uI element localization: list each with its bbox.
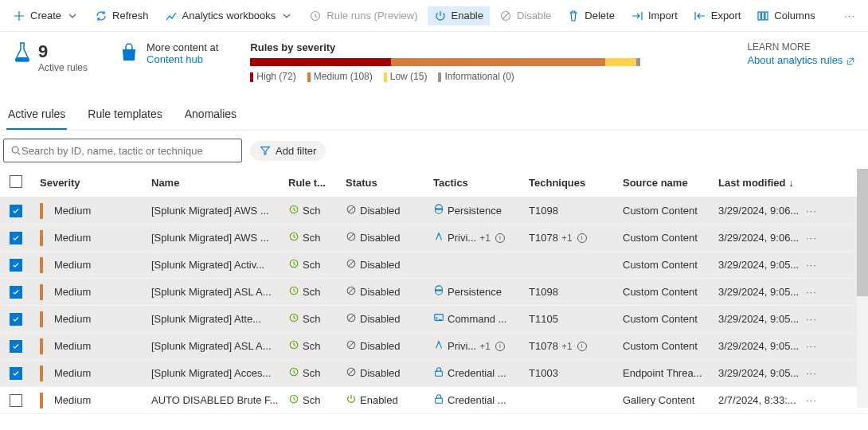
sev-bar-low — [605, 58, 636, 66]
source-cell: Custom Content — [620, 232, 715, 244]
techniques-cell: T1098 — [526, 286, 620, 298]
modified-cell: 3/29/2024, 9:06... — [715, 205, 803, 217]
tab-active-rules[interactable]: Active rules — [6, 100, 67, 130]
col-ruletype[interactable]: Rule t... — [285, 177, 342, 189]
delete-button[interactable]: Delete — [561, 6, 621, 25]
row-overflow-button[interactable]: ··· — [803, 367, 827, 379]
name-cell: [Splunk Migrated] Acces... — [148, 367, 285, 379]
row-checkbox[interactable] — [10, 259, 22, 272]
tactics-cell: Persistence — [430, 285, 526, 299]
row-checkbox[interactable] — [10, 286, 22, 299]
clock-icon — [288, 285, 299, 299]
export-icon — [694, 10, 706, 22]
enable-button[interactable]: Enable — [428, 6, 490, 25]
enable-label: Enable — [452, 10, 483, 22]
severity-cell: Medium — [37, 311, 148, 327]
search-icon — [10, 145, 22, 156]
legend-medium: Medium (108) — [307, 71, 373, 82]
table-row[interactable]: Medium[Splunk Migrated] ASL A... Sch Dis… — [0, 279, 868, 306]
col-modified[interactable]: Last modified ↓ — [715, 177, 803, 189]
clock-icon — [288, 231, 299, 244]
table-row[interactable]: Medium[Splunk Migrated] AWS ... Sch Disa… — [0, 225, 868, 252]
status-icon — [346, 339, 357, 353]
clock-icon — [288, 258, 299, 272]
import-label: Import — [648, 10, 678, 22]
row-overflow-button[interactable]: ··· — [803, 394, 827, 406]
modified-cell: 3/29/2024, 9:05... — [715, 286, 803, 298]
legend-low: Low (15) — [384, 71, 428, 82]
row-overflow-button[interactable]: ··· — [803, 286, 827, 298]
modified-cell: 3/29/2024, 9:06... — [715, 232, 803, 244]
search-input-wrapper[interactable] — [3, 139, 242, 162]
table-row[interactable]: MediumAUTO DISABLED Brute F... Sch Enabl… — [0, 387, 868, 414]
severity-cell: Medium — [37, 284, 148, 300]
col-techniques[interactable]: Techniques — [526, 177, 620, 189]
row-overflow-button[interactable]: ··· — [803, 313, 827, 325]
svg-rect-4 — [765, 12, 768, 20]
about-link[interactable]: About analytics rules — [747, 54, 855, 66]
toolbar-overflow-button[interactable]: ··· — [838, 6, 862, 25]
scrollbar-thumb[interactable] — [857, 169, 868, 296]
ruletype-cell: Sch — [285, 285, 342, 299]
name-cell: [Splunk Migrated] Atte... — [148, 313, 285, 325]
tab-anomalies[interactable]: Anomalies — [183, 100, 238, 130]
col-severity[interactable]: Severity — [37, 177, 148, 189]
col-status[interactable]: Status — [342, 177, 430, 189]
status-cell: Enabled — [342, 393, 430, 407]
add-filter-button[interactable]: Add filter — [250, 141, 326, 161]
export-button[interactable]: Export — [687, 6, 748, 25]
search-input[interactable] — [22, 145, 235, 157]
clock-icon — [288, 204, 299, 217]
tactic-icon — [433, 393, 444, 407]
sort-down-icon: ↓ — [788, 177, 794, 189]
row-overflow-button[interactable]: ··· — [803, 340, 827, 352]
severity-cell: Medium — [37, 257, 148, 273]
severity-cell: Medium — [37, 366, 148, 381]
row-overflow-button[interactable]: ··· — [803, 205, 827, 217]
table-row[interactable]: Medium[Splunk Migrated] AWS ... Sch Disa… — [0, 197, 868, 225]
row-checkbox[interactable] — [10, 367, 22, 380]
table-row[interactable]: Medium[Splunk Migrated] Acces... Sch Dis… — [0, 360, 868, 387]
create-button[interactable]: Create — [6, 6, 85, 25]
refresh-button[interactable]: Refresh — [88, 6, 155, 25]
status-icon — [346, 312, 357, 326]
flask-icon — [13, 41, 32, 64]
row-checkbox[interactable] — [10, 340, 22, 353]
filter-icon — [260, 145, 271, 156]
sev-bar-info — [636, 58, 640, 66]
row-checkbox[interactable] — [10, 394, 22, 407]
ruleruns-button: Rule runs (Preview) — [303, 6, 424, 25]
import-button[interactable]: Import — [624, 6, 684, 25]
row-overflow-button[interactable]: ··· — [803, 232, 827, 244]
name-cell: [Splunk Migrated] ASL A... — [148, 340, 285, 352]
techniques-cell: T1078 +1i — [526, 340, 620, 352]
severity-chart: Rules by severity High (72) Medium (108)… — [250, 41, 715, 82]
severity-cell: Medium — [37, 230, 148, 246]
table-row[interactable]: Medium[Splunk Migrated] ASL A... Sch Dis… — [0, 333, 868, 360]
name-cell: [Splunk Migrated] ASL A... — [148, 286, 285, 298]
select-all-checkbox[interactable] — [10, 175, 22, 188]
tactic-icon — [433, 204, 444, 217]
sev-bar-medium — [391, 58, 606, 66]
count-label: Active rules — [38, 62, 88, 73]
rules-table: Severity Name Rule t... Status Tactics T… — [0, 169, 868, 414]
tactics-cell: Credential ... — [430, 366, 526, 380]
workbooks-button[interactable]: Analytics workbooks — [158, 6, 300, 25]
col-source[interactable]: Source name — [620, 177, 715, 189]
content-hub-link[interactable]: Content hub — [147, 53, 203, 65]
col-name[interactable]: Name — [148, 177, 285, 189]
row-checkbox[interactable] — [10, 232, 22, 244]
row-checkbox[interactable] — [10, 313, 22, 326]
svg-rect-23 — [436, 398, 443, 403]
columns-button[interactable]: Columns — [750, 6, 821, 25]
col-tactics[interactable]: Tactics — [430, 177, 526, 189]
active-rules-count: 9 Active rules — [13, 41, 88, 73]
clock-icon — [288, 366, 299, 380]
tactic-icon — [433, 366, 444, 380]
row-overflow-button[interactable]: ··· — [803, 259, 827, 271]
table-row[interactable]: Medium[Splunk Migrated] Atte... Sch Disa… — [0, 306, 868, 333]
tab-rule-templates[interactable]: Rule templates — [86, 100, 163, 130]
severity-cell: Medium — [37, 393, 148, 408]
table-row[interactable]: Medium[Splunk Migrated] Activ... Sch Dis… — [0, 252, 868, 279]
row-checkbox[interactable] — [10, 205, 22, 217]
